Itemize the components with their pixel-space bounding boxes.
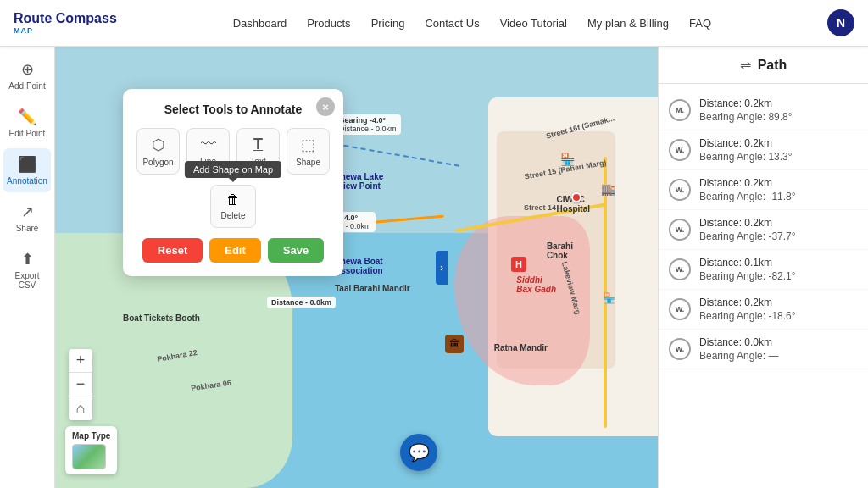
- map-type-control[interactable]: Map Type: [65, 426, 117, 474]
- sidebar-export-csv-label: Export CSV: [8, 271, 46, 290]
- path-item-4: W. Distance: 0.1km Bearing Angle: -82.1°: [659, 250, 868, 290]
- delete-label: Delete: [221, 211, 246, 220]
- sidebar-item-edit-point[interactable]: ✏️ Edit Point: [3, 101, 51, 145]
- delete-row: Add Shape on Map 🗑 Delete: [136, 185, 330, 228]
- hospital-icon: H: [511, 257, 526, 272]
- shape-label: Shape: [296, 158, 320, 167]
- main-area: ⊕ Add Point ✏️ Edit Point ⬛ Annotation ↗…: [0, 47, 868, 488]
- marker-hospital: [571, 192, 581, 202]
- share-icon: ↗: [21, 202, 34, 221]
- marker-ratna: 🏛: [445, 335, 464, 353]
- place-ratna-mandir: Ratna Mandir: [494, 343, 548, 352]
- zoom-reset-button[interactable]: ⌂: [69, 396, 92, 420]
- place-boat-tickets: Boat Tickets Booth: [123, 313, 200, 323]
- tool-polygon-button[interactable]: ⬡ Polygon: [136, 128, 180, 175]
- nav-links: Dashboard Products Pricing Contact Us Vi…: [233, 17, 711, 30]
- nav-contact-us[interactable]: Contact Us: [425, 17, 479, 30]
- text-icon: T: [253, 136, 263, 153]
- bearing-label-1: Bearing -4.0°Distance - 0.0km: [335, 114, 401, 135]
- path-distance-4: Distance: 0.1km: [699, 257, 796, 269]
- path-bearing-2: Bearing Angle: -11.8°: [699, 191, 796, 202]
- polygon-icon: ⬡: [152, 136, 165, 154]
- shape-icon: ⬚: [301, 136, 315, 154]
- street-label-3: Street 14: [524, 203, 556, 212]
- annotation-popup: Select Tools to Annotate × ⬡ Polygon 〰 L…: [123, 89, 343, 276]
- waypoint-marker-1: W.: [669, 139, 691, 161]
- sidebar-item-annotation[interactable]: ⬛ Annotation: [3, 148, 51, 192]
- path-info-6: Distance: 0.0km Bearing Angle: —: [699, 336, 778, 362]
- nav-video-tutorial[interactable]: Video Tutorial: [500, 17, 567, 30]
- sidebar-item-export-csv[interactable]: ⬆ Export CSV: [3, 243, 51, 297]
- edit-button[interactable]: Edit: [209, 238, 261, 263]
- add-point-icon: ⊕: [21, 60, 34, 79]
- nav-dashboard[interactable]: Dashboard: [233, 17, 287, 30]
- nav-faq[interactable]: FAQ: [689, 17, 711, 30]
- path-info-3: Distance: 0.2km Bearing Angle: -37.7°: [699, 217, 796, 242]
- waypoint-marker-6: W.: [669, 338, 691, 360]
- sidebar-item-add-point[interactable]: ⊕ Add Point: [3, 53, 51, 97]
- delete-icon: 🗑: [226, 192, 240, 208]
- chat-bubble-button[interactable]: 💬: [400, 434, 437, 471]
- path-distance-5: Distance: 0.2km: [699, 297, 796, 308]
- path-item-6: W. Distance: 0.0km Bearing Angle: —: [659, 330, 868, 369]
- logo-subtitle: MAP: [14, 26, 33, 35]
- place-siddhi: SiddhiBax Gadh: [516, 275, 556, 294]
- action-buttons: Reset Edit Save: [136, 238, 330, 263]
- map-icon-shop2: 🏬: [601, 182, 615, 196]
- sidebar-item-share[interactable]: ↗ Share: [3, 196, 51, 240]
- annotation-icon: ⬛: [18, 155, 36, 174]
- map-container[interactable]: Bearing -4.0°Distance - 0.0km Bearing 4.…: [55, 47, 658, 488]
- map-icon-shop3: 🏪: [603, 292, 615, 304]
- sidebar: ⊕ Add Point ✏️ Edit Point ⬛ Annotation ↗…: [0, 47, 55, 488]
- path-info-1: Distance: 0.2km Bearing Angle: 13.3°: [699, 137, 793, 163]
- path-distance-6: Distance: 0.0km: [699, 336, 778, 348]
- path-bearing-4: Bearing Angle: -82.1°: [699, 270, 796, 282]
- path-item-5: W. Distance: 0.2km Bearing Angle: -18.6°: [659, 290, 868, 330]
- chat-icon: 💬: [409, 442, 430, 463]
- sidebar-share-label: Share: [16, 224, 39, 233]
- nav-pricing[interactable]: Pricing: [371, 17, 405, 30]
- edit-point-icon: ✏️: [18, 108, 36, 126]
- add-shape-tooltip: Add Shape on Map: [185, 161, 281, 178]
- panel-header: ⇌ Path: [659, 47, 868, 84]
- logo-title: Route Compass: [14, 11, 117, 26]
- polygon-label: Polygon: [142, 158, 173, 167]
- panel-content[interactable]: M. Distance: 0.2km Bearing Angle: 89.8° …: [659, 84, 868, 488]
- delete-button[interactable]: 🗑 Delete: [210, 185, 257, 228]
- map-type-label: Map Type: [72, 431, 110, 441]
- user-avatar[interactable]: N: [827, 9, 854, 36]
- path-item-3: W. Distance: 0.2km Bearing Angle: -37.7°: [659, 210, 868, 250]
- panel-toggle-button[interactable]: ›: [436, 251, 448, 285]
- popup-title: Select Tools to Annotate: [136, 103, 330, 116]
- waypoint-marker-2: W.: [669, 179, 691, 201]
- path-bearing-3: Bearing Angle: -37.7°: [699, 230, 796, 242]
- path-distance-0: Distance: 0.2km: [699, 97, 793, 109]
- nav-my-plan[interactable]: My plan & Billing: [587, 17, 669, 30]
- right-panel: ⇌ Path M. Distance: 0.2km Bearing Angle:…: [658, 47, 868, 488]
- path-item-1: W. Distance: 0.2km Bearing Angle: 13.3°: [659, 130, 868, 170]
- place-taal-barahi: Taal Barahi Mandir: [335, 284, 410, 293]
- logo-area: Route Compass MAP: [14, 11, 117, 35]
- panel-title: Path: [758, 58, 787, 73]
- path-item-2: W. Distance: 0.2km Bearing Angle: -11.8°: [659, 170, 868, 210]
- tool-shape-button[interactable]: ⬚ Shape: [287, 128, 330, 175]
- path-info-4: Distance: 0.1km Bearing Angle: -82.1°: [699, 257, 796, 282]
- path-distance-2: Distance: 0.2km: [699, 177, 796, 189]
- path-info-2: Distance: 0.2km Bearing Angle: -11.8°: [699, 177, 796, 202]
- bearing-label-3: Distance - 0.0km: [267, 297, 336, 308]
- zoom-in-button[interactable]: +: [69, 349, 92, 373]
- waypoint-marker-5: W.: [669, 298, 691, 320]
- path-item-0: M. Distance: 0.2km Bearing Angle: 89.8°: [659, 91, 868, 130]
- map-type-thumbnail: [72, 444, 106, 469]
- zoom-out-button[interactable]: −: [69, 373, 92, 396]
- waypoint-marker-4: W.: [669, 258, 691, 280]
- path-info-5: Distance: 0.2km Bearing Angle: -18.6°: [699, 297, 796, 322]
- sidebar-edit-point-label: Edit Point: [9, 129, 46, 138]
- waypoint-marker-0: M.: [669, 99, 691, 121]
- nav-products[interactable]: Products: [307, 17, 350, 30]
- path-info-0: Distance: 0.2km Bearing Angle: 89.8°: [699, 97, 793, 123]
- reset-button[interactable]: Reset: [142, 238, 203, 263]
- path-bearing-5: Bearing Angle: -18.6°: [699, 310, 796, 322]
- save-button[interactable]: Save: [268, 238, 324, 263]
- popup-close-button[interactable]: ×: [316, 97, 335, 116]
